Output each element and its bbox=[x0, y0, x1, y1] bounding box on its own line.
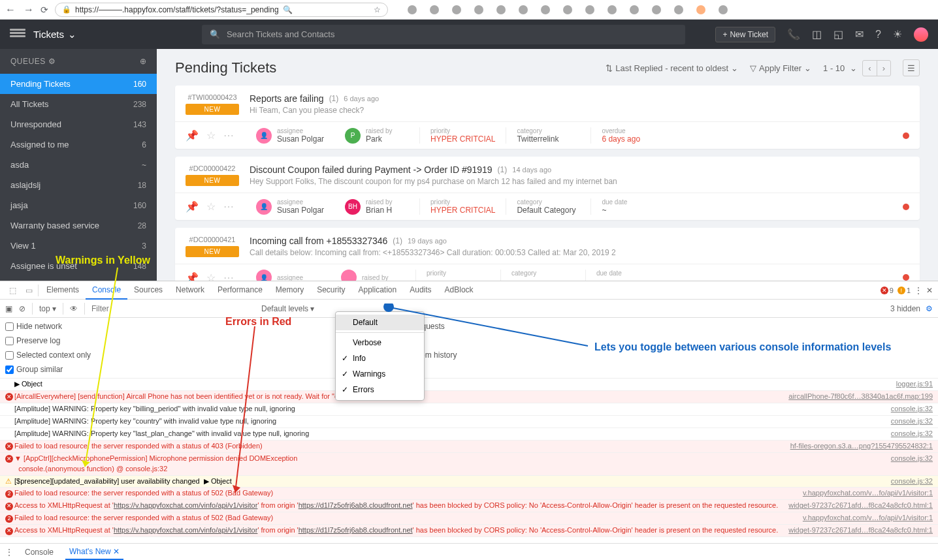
ticket-card[interactable]: #TWI00000423NEW Reports are failing(1)6 … bbox=[175, 86, 920, 149]
console-setting[interactable]: Selected context only bbox=[5, 350, 91, 360]
queue-item[interactable]: All Tickets238 bbox=[0, 94, 157, 114]
queue-item[interactable]: Unresponded143 bbox=[0, 114, 157, 134]
ext-icon[interactable] bbox=[563, 5, 572, 14]
drawer-tab-console[interactable]: Console bbox=[21, 545, 57, 559]
queue-item[interactable]: jasja160 bbox=[0, 195, 157, 215]
devtools-tab[interactable]: Sources bbox=[127, 281, 169, 300]
app-logo[interactable] bbox=[10, 29, 25, 40]
console-settings-icon[interactable]: ⚙ bbox=[926, 304, 933, 313]
devtools-tab[interactable]: AdBlock bbox=[438, 281, 480, 300]
console-log-line[interactable]: ✕▼ [AppCtrl][checkMicrophonePermission] … bbox=[0, 453, 938, 476]
ext-icon[interactable] bbox=[430, 5, 439, 14]
drawer-menu-icon[interactable]: ⋮ bbox=[5, 548, 13, 557]
console-log-area[interactable]: ▶ Objectlogger.js:91✕[AircallEverywhere]… bbox=[0, 379, 938, 543]
ext-icon[interactable] bbox=[696, 5, 705, 14]
star-icon[interactable]: ☆ bbox=[206, 272, 216, 281]
ext-icon[interactable] bbox=[607, 5, 617, 14]
console-log-line[interactable]: 2Failed to load resource: the server res… bbox=[0, 512, 938, 525]
inspect-icon[interactable]: ⬚ bbox=[5, 286, 20, 295]
pin-icon[interactable]: 📌 bbox=[186, 200, 199, 213]
gear-icon[interactable]: ⚙ bbox=[48, 57, 56, 66]
devtools-close-icon[interactable]: ✕ bbox=[926, 286, 933, 295]
queue-item[interactable]: aslajdslj18 bbox=[0, 175, 157, 195]
back-button[interactable]: ← bbox=[5, 4, 16, 16]
queue-item[interactable]: Assigned to me6 bbox=[0, 134, 157, 155]
warn-count[interactable]: !1 bbox=[898, 287, 911, 294]
phone-icon[interactable]: 📞 bbox=[787, 28, 800, 40]
ticket-card[interactable]: #DC00000421NEW Incoming call from +18553… bbox=[175, 228, 920, 281]
global-search[interactable]: 🔍 Search Tickets and Contacts bbox=[202, 25, 685, 44]
ext-icon[interactable] bbox=[519, 5, 528, 14]
drawer-tab-whatsnew[interactable]: What's New ✕ bbox=[65, 544, 123, 560]
add-queue-button[interactable]: ⊕ bbox=[140, 57, 147, 66]
eye-icon[interactable]: 👁 bbox=[70, 304, 78, 313]
star-icon[interactable]: ☆ bbox=[206, 129, 216, 142]
ext-icon[interactable] bbox=[496, 5, 506, 14]
reload-button[interactable]: ⟳ bbox=[40, 5, 48, 15]
context-select[interactable]: top ▾ bbox=[39, 304, 56, 313]
panels-icon[interactable]: ◫ bbox=[812, 28, 822, 40]
more-icon[interactable]: ⋯ bbox=[223, 200, 234, 213]
console-log-line[interactable]: 2Failed to load resource: the server res… bbox=[0, 488, 938, 500]
clear-console-icon[interactable]: ⊘ bbox=[19, 304, 25, 313]
console-log-line[interactable]: ▶ Objectlogger.js:91 bbox=[0, 379, 938, 391]
bookmark-star-icon[interactable]: ☆ bbox=[374, 5, 381, 14]
more-icon[interactable]: ⋯ bbox=[223, 272, 234, 281]
ext-icon[interactable] bbox=[630, 5, 639, 14]
queue-item[interactable]: Warranty based service28 bbox=[0, 215, 157, 236]
ext-icon[interactable] bbox=[408, 5, 417, 14]
levels-option[interactable]: ✓Warnings bbox=[336, 366, 424, 382]
new-ticket-button[interactable]: +New Ticket bbox=[715, 27, 775, 42]
console-log-line[interactable]: ✕[AircallEverywhere] [send function] Air… bbox=[0, 391, 938, 403]
device-icon[interactable]: ▭ bbox=[22, 286, 37, 295]
inbox-icon[interactable]: ✉ bbox=[855, 28, 864, 40]
search-url-icon[interactable]: 🔍 bbox=[283, 5, 293, 14]
prev-page[interactable]: ‹ bbox=[863, 61, 877, 76]
module-title[interactable]: Tickets⌄ bbox=[33, 29, 76, 40]
queue-item[interactable]: Pending Tickets160 bbox=[0, 74, 157, 94]
url-bar[interactable]: 🔒 https://———.happyfox.com/staff/tickets… bbox=[55, 3, 388, 17]
ticket-card[interactable]: #DC00000422NEW Discount Coupon failed du… bbox=[175, 157, 920, 220]
ext-icon[interactable] bbox=[541, 5, 550, 14]
ext-icon[interactable] bbox=[585, 5, 594, 14]
devtools-tab[interactable]: Elements bbox=[40, 281, 86, 300]
levels-option[interactable]: ✓Errors bbox=[336, 382, 424, 397]
ext-icon[interactable] bbox=[674, 5, 683, 14]
queue-item[interactable]: asda~ bbox=[0, 155, 157, 175]
console-filter-input[interactable] bbox=[91, 304, 255, 313]
ext-icon[interactable] bbox=[719, 5, 728, 14]
console-log-line[interactable]: ⚠[$presence][updated_availability] user … bbox=[0, 476, 938, 488]
console-setting[interactable]: Preserve log bbox=[5, 336, 91, 345]
devtools-tab[interactable]: Console bbox=[86, 281, 127, 300]
user-avatar[interactable] bbox=[914, 27, 928, 42]
levels-option[interactable]: Default bbox=[336, 315, 424, 330]
next-page[interactable]: › bbox=[877, 61, 890, 76]
console-setting[interactable]: Hide network bbox=[5, 322, 91, 331]
help-icon[interactable]: ? bbox=[875, 29, 881, 40]
copy-icon[interactable]: ◱ bbox=[833, 28, 843, 40]
devtools-menu-icon[interactable]: ⋮ bbox=[914, 286, 922, 295]
levels-option[interactable]: Verbose bbox=[336, 335, 424, 350]
settings-icon[interactable]: ☀ bbox=[893, 28, 902, 40]
devtools-tab[interactable]: Memory bbox=[269, 281, 310, 300]
devtools-tab[interactable]: Security bbox=[310, 281, 351, 300]
console-log-line[interactable]: [Amplitude] WARNING: Property key "last_… bbox=[0, 428, 938, 441]
more-icon[interactable]: ⋯ bbox=[223, 129, 234, 142]
devtools-tab[interactable]: Application bbox=[352, 281, 404, 300]
console-log-line[interactable]: [Amplitude] WARNING: Property key "billi… bbox=[0, 403, 938, 416]
sidebar-toggle-icon[interactable]: ▣ bbox=[5, 304, 12, 313]
levels-option[interactable]: ✓Info bbox=[336, 350, 424, 366]
queue-item[interactable]: View 13 bbox=[0, 236, 157, 256]
console-log-line[interactable]: ✕Failed to load resource: the server res… bbox=[0, 441, 938, 453]
console-setting[interactable]: Group similar bbox=[5, 365, 91, 374]
ext-icon[interactable] bbox=[652, 5, 661, 14]
devtools-tab[interactable]: Audits bbox=[403, 281, 438, 300]
pin-icon[interactable]: 📌 bbox=[186, 272, 199, 281]
console-log-line[interactable]: ✕Access to XMLHttpRequest at 'https://v.… bbox=[0, 500, 938, 512]
forward-button[interactable]: → bbox=[24, 4, 34, 16]
pin-icon[interactable]: 📌 bbox=[186, 129, 199, 142]
queue-item[interactable]: Assignee is unset148 bbox=[0, 256, 157, 276]
ext-icon[interactable] bbox=[452, 5, 461, 14]
console-log-line[interactable]: ✕Access to XMLHttpRequest at 'https://v.… bbox=[0, 525, 938, 537]
levels-dropdown[interactable]: Default levels ▾ bbox=[261, 304, 314, 313]
